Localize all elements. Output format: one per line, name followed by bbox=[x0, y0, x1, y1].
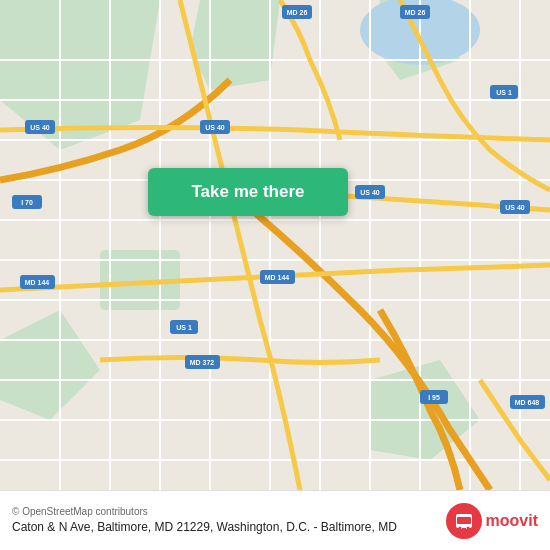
svg-marker-2 bbox=[190, 0, 280, 90]
svg-rect-58 bbox=[457, 517, 471, 524]
svg-text:US 40: US 40 bbox=[205, 124, 225, 131]
svg-text:I 95: I 95 bbox=[428, 394, 440, 401]
svg-text:MD 648: MD 648 bbox=[515, 399, 540, 406]
svg-text:US 40: US 40 bbox=[505, 204, 525, 211]
svg-text:MD 144: MD 144 bbox=[25, 279, 50, 286]
svg-text:US 40: US 40 bbox=[360, 189, 380, 196]
moovit-logo: moovit bbox=[446, 503, 538, 539]
svg-point-59 bbox=[458, 526, 461, 529]
copyright-text: © OpenStreetMap contributors bbox=[12, 506, 446, 517]
bottom-info-bar: © OpenStreetMap contributors Caton & N A… bbox=[0, 490, 550, 550]
svg-text:MD 26: MD 26 bbox=[405, 9, 426, 16]
moovit-icon bbox=[446, 503, 482, 539]
svg-text:MD 26: MD 26 bbox=[287, 9, 308, 16]
svg-text:MD 372: MD 372 bbox=[190, 359, 215, 366]
address-section: © OpenStreetMap contributors Caton & N A… bbox=[12, 506, 446, 536]
svg-text:MD 144: MD 144 bbox=[265, 274, 290, 281]
svg-point-60 bbox=[466, 526, 469, 529]
map-view: I 70 US 40 US 40 US 40 US 40 MD 26 MD 26… bbox=[0, 0, 550, 490]
svg-text:US 1: US 1 bbox=[496, 89, 512, 96]
address-text: Caton & N Ave, Baltimore, MD 21229, Wash… bbox=[12, 520, 446, 536]
moovit-brand-text: moovit bbox=[486, 512, 538, 530]
svg-text:I 70: I 70 bbox=[21, 199, 33, 206]
take-me-there-button[interactable]: Take me there bbox=[148, 168, 348, 216]
svg-text:US 1: US 1 bbox=[176, 324, 192, 331]
svg-text:US 40: US 40 bbox=[30, 124, 50, 131]
